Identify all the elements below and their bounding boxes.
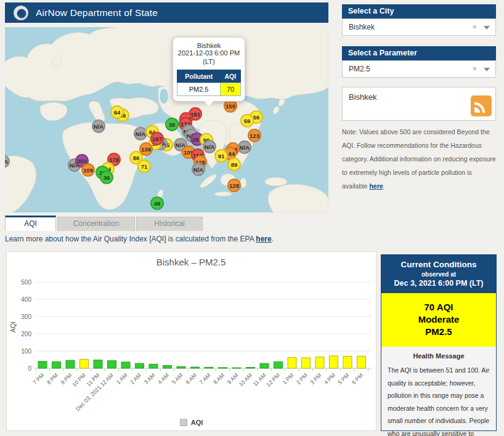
x-tick-label: 12 PM xyxy=(265,372,280,387)
map-marker[interactable]: 167 xyxy=(150,132,164,145)
chart-bar[interactable] xyxy=(302,358,311,368)
tab-concentration[interactable]: Concentration xyxy=(57,217,135,231)
note-here-link[interactable]: here xyxy=(369,182,383,190)
observed-at-datetime: Dec 3, 2021 6:00 PM (LT) xyxy=(384,279,494,288)
map-marker[interactable]: 64 xyxy=(110,105,124,119)
x-tick-label: 3 AM xyxy=(143,372,156,386)
parameter-select-panel: Select a Parameter PM2.5 × xyxy=(342,46,496,78)
chart-bar[interactable] xyxy=(219,368,227,368)
chart-legend: AQI xyxy=(7,419,376,426)
tab-aqi[interactable]: AQI xyxy=(5,216,56,231)
feed-box: Bishkek xyxy=(342,87,496,121)
tab-historical[interactable]: Historical xyxy=(136,217,203,231)
tooltip-city: Bishkek xyxy=(177,42,241,49)
chart-bar[interactable] xyxy=(121,362,130,368)
health-message-title: Health Message xyxy=(388,352,490,360)
chart-title: Bishkek – PM2.5 xyxy=(156,257,226,267)
chart-bar[interactable] xyxy=(94,360,102,368)
chart-bar[interactable] xyxy=(205,367,213,368)
current-conditions-panel: Current Conditions observed at Dec 3, 20… xyxy=(381,254,497,431)
x-tick-label: 4 AM xyxy=(156,372,170,386)
map-black-sea xyxy=(133,90,150,97)
view-tabs: AQI Concentration Historical xyxy=(5,216,204,231)
chart-bar[interactable] xyxy=(108,361,116,368)
map-marker[interactable]: 128 xyxy=(227,179,241,192)
x-tick-label: 2 AM xyxy=(129,372,142,386)
city-select-header: Select a City xyxy=(342,4,496,18)
x-tick-label: 7 PM xyxy=(31,372,45,386)
map-marker[interactable]: N/A xyxy=(203,140,216,153)
map-caspian-sea xyxy=(160,89,168,103)
x-tick-label: 6 AM xyxy=(184,372,198,386)
y-tick-label: 300 xyxy=(21,313,31,320)
parameter-caret-icon[interactable] xyxy=(484,68,490,71)
city-clear-icon[interactable]: × xyxy=(472,19,477,35)
current-conditions-title: Current Conditions xyxy=(384,260,494,269)
chart-bar[interactable] xyxy=(191,367,200,368)
map-marker[interactable]: 71 xyxy=(137,159,151,173)
x-tick-label: 5 AM xyxy=(171,372,184,386)
map-marker[interactable]: N/A xyxy=(92,119,105,133)
chart-bar[interactable] xyxy=(246,368,255,368)
map-marker[interactable]: N/A xyxy=(238,140,251,154)
y-tick-label: 500 xyxy=(21,279,31,286)
chart-bar[interactable] xyxy=(315,357,324,368)
x-tick-label: 2 PM xyxy=(295,372,309,386)
feed-city-label: Bishkek xyxy=(349,92,377,102)
y-tick-label: 100 xyxy=(21,348,31,355)
chart-bar[interactable] xyxy=(274,361,283,368)
x-tick-label: 5 PM xyxy=(336,372,350,386)
chart-bar[interactable] xyxy=(260,363,269,368)
world-aqi-map[interactable]: 5664N/AN/A6475N/A57167381368671N/A202178… xyxy=(5,27,328,212)
map-marker[interactable]: 38 xyxy=(165,118,179,131)
chart-bar[interactable] xyxy=(66,360,75,368)
rss-feed-icon[interactable] xyxy=(471,95,492,116)
legend-label: AQI xyxy=(191,419,203,426)
tooltip-pollutant-value: PM2.5 xyxy=(177,83,221,95)
x-tick-label: 10 AM xyxy=(238,372,253,387)
city-select-panel: Select a City Bishkek × xyxy=(342,4,496,36)
map-marker[interactable]: 123 xyxy=(248,129,261,142)
map-marker[interactable]: 89 xyxy=(227,158,241,171)
chart-bar[interactable] xyxy=(343,356,352,368)
app-title: AirNow Department of State xyxy=(36,7,158,18)
parameter-select-header: Select a Parameter xyxy=(342,46,496,60)
x-tick-label: 1 PM xyxy=(281,372,295,386)
chart-bar[interactable] xyxy=(52,361,61,368)
y-tick-label: 0 xyxy=(28,365,31,372)
tooltip-table: Pollutant AQI PM2.5 70 xyxy=(177,70,241,96)
map-marker[interactable]: 109 xyxy=(81,163,95,177)
y-tick-label: 200 xyxy=(21,331,31,337)
chart-bar[interactable] xyxy=(357,356,366,368)
chart-bar[interactable] xyxy=(149,364,158,368)
current-aqi-category: Moderate xyxy=(384,313,494,326)
map-marker[interactable]: 59 xyxy=(240,114,254,127)
city-select-dropdown[interactable]: Bishkek × xyxy=(342,18,496,36)
health-message-section: Health Message The AQI is between 51 and… xyxy=(381,347,496,436)
chart-bar[interactable] xyxy=(136,363,144,368)
chart-bar[interactable] xyxy=(80,359,89,368)
parameter-select-dropdown[interactable]: PM2.5 × xyxy=(342,60,496,78)
tooltip-aqi-value: 70 xyxy=(221,83,241,95)
chart-bar[interactable] xyxy=(232,368,241,368)
aqi-bar-chart: Bishkek – PM2.5AQI01002003004005007 PM8 … xyxy=(7,252,376,417)
city-select-value: Bishkek xyxy=(349,23,375,31)
map-marker[interactable]: 49 xyxy=(150,196,164,210)
parameter-clear-icon[interactable]: × xyxy=(472,61,477,77)
chart-bar[interactable] xyxy=(38,361,47,368)
parameter-select-value: PM2.5 xyxy=(349,65,370,73)
x-tick-label: 8 PM xyxy=(46,372,59,386)
map-marker[interactable]: 36 xyxy=(100,171,113,184)
legend-swatch xyxy=(180,419,187,426)
chart-bar[interactable] xyxy=(330,356,338,368)
chart-bar[interactable] xyxy=(163,366,172,368)
city-caret-icon[interactable] xyxy=(484,26,490,30)
chart-bar[interactable] xyxy=(177,366,185,368)
map-marker[interactable]: 91 xyxy=(214,149,228,163)
app-header: AirNow Department of State xyxy=(5,2,328,23)
x-tick-label: 10 PM xyxy=(71,372,86,387)
x-tick-label: 8 AM xyxy=(212,372,226,386)
chart-bar[interactable] xyxy=(288,358,296,368)
map-marker[interactable]: N/A xyxy=(192,163,205,176)
learn-more-here-link[interactable]: here xyxy=(256,235,271,243)
